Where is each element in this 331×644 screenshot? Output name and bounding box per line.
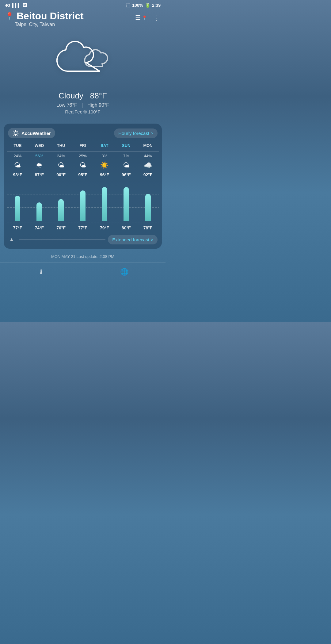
bar-0 xyxy=(15,196,20,221)
weather-icon-cell-1: 🌧 xyxy=(29,160,50,171)
weather-icon-cell-5: 🌤 xyxy=(115,160,137,171)
low-temp-3: 77°F xyxy=(72,225,94,230)
high-temp-3: 95°F xyxy=(72,172,94,178)
precip-val-5: 7% xyxy=(115,153,137,159)
weather-icon-cell-2: 🌤 xyxy=(50,160,72,171)
bottom-row: ▲ Extended forecast > xyxy=(7,233,159,246)
low-temp-0: 77°F xyxy=(7,225,29,230)
signal-label: 4G xyxy=(5,3,10,8)
precip-val-4: 3% xyxy=(93,153,115,159)
precip-val-2: 24% xyxy=(50,153,72,159)
status-bar: 4G ▌▌▌ 🖼 ⬚ 100% 🔋 2:39 xyxy=(0,0,166,9)
cloud-icon xyxy=(55,39,110,82)
high-temp-4: 96°F xyxy=(93,172,115,178)
days-row: TUEWEDTHUFRISATSUNMON xyxy=(7,142,159,149)
precip-val-0: 24% xyxy=(7,153,29,159)
time-label: 2:39 xyxy=(152,3,161,8)
precip-val-3: 25% xyxy=(72,153,94,159)
bars-row xyxy=(7,181,159,221)
brand-hourly-row: AccuWeather Hourly forecast > xyxy=(7,128,159,138)
bar-4 xyxy=(102,187,107,221)
weather-icon-area xyxy=(0,30,166,88)
svg-point-0 xyxy=(14,132,17,135)
location-name: 📍 Beitou District xyxy=(5,10,84,22)
day-label-mon: MON xyxy=(137,142,159,149)
accuweather-badge: AccuWeather xyxy=(8,128,55,138)
bar-cell-3 xyxy=(72,181,94,221)
list-icon: ☰ xyxy=(135,14,141,21)
svg-line-8 xyxy=(13,135,14,135)
day-label-fri: FRI xyxy=(72,142,94,149)
weather-icon-cell-3: 🌤 xyxy=(72,160,94,171)
location-city: Beitou District xyxy=(17,10,84,22)
nav-icon-left[interactable]: 🌡 xyxy=(35,266,48,278)
day-label-sat: SAT xyxy=(93,142,115,149)
location-actions[interactable]: ☰ 📍 ⋮ xyxy=(135,10,161,23)
bottom-nav: 🌡 🌐 xyxy=(0,263,166,279)
precip-row: 24%56%24%25%3%7%44% xyxy=(7,153,159,159)
forecast-panel: AccuWeather Hourly forecast > TUEWEDTHUF… xyxy=(4,124,162,249)
bar-3 xyxy=(80,190,86,221)
high-temp-1: 87°F xyxy=(29,172,50,178)
image-icon: 🖼 xyxy=(22,2,27,8)
bar-6 xyxy=(145,194,151,221)
svg-line-5 xyxy=(13,131,14,132)
dots-icon: ⋮ xyxy=(153,14,159,21)
nav-icon-right[interactable]: 🌐 xyxy=(118,266,130,278)
bar-cell-2 xyxy=(50,181,72,221)
low-temp-2: 76°F xyxy=(50,225,72,230)
high-temp-5: 96°F xyxy=(115,172,137,178)
days-divider xyxy=(7,151,159,152)
hourly-forecast-button[interactable]: Hourly forecast > xyxy=(114,128,158,138)
more-options-button[interactable]: ⋮ xyxy=(152,13,161,23)
divider: | xyxy=(82,102,83,108)
bar-2 xyxy=(58,199,64,221)
bar-cell-4 xyxy=(93,181,115,221)
low-temp-1: 74°F xyxy=(29,225,50,230)
scroll-left-button[interactable]: ▲ xyxy=(7,235,17,244)
bar-1 xyxy=(36,202,42,221)
day-label-sun: SUN xyxy=(115,142,137,149)
icons-row: 🌤🌧🌤🌤☀️🌤☁️ xyxy=(7,160,159,171)
extended-forecast-button[interactable]: Extended forecast > xyxy=(108,235,158,244)
high-temp-label: High 90°F xyxy=(87,102,109,108)
location-bar: 📍 Beitou District Taipei City, Taiwan ☰ … xyxy=(0,9,166,30)
bar-cell-6 xyxy=(137,181,159,221)
status-right: ⬚ 100% 🔋 2:39 xyxy=(126,2,161,8)
list-location-button[interactable]: ☰ 📍 xyxy=(135,14,147,21)
bar-cell-0 xyxy=(7,181,29,221)
current-conditions: Cloudy 88°F Low 76°F | High 90°F RealFee… xyxy=(0,88,166,121)
weather-icon-cell-0: 🌤 xyxy=(7,160,29,171)
day-label-thu: THU xyxy=(50,142,72,149)
battery-icon: 🔋 xyxy=(145,3,150,8)
svg-line-6 xyxy=(17,135,18,135)
location-sub: Taipei City, Taiwan xyxy=(15,22,84,27)
bar-cell-1 xyxy=(29,181,50,221)
precip-val-1: 56% xyxy=(29,153,50,159)
high-temp-row: 93°F87°F90°F95°F96°F96°F92°F xyxy=(7,172,159,178)
high-temp-0: 93°F xyxy=(7,172,29,178)
day-label-tue: TUE xyxy=(7,142,29,149)
location-pin-icon: 📍 xyxy=(142,15,147,20)
low-temp-6: 78°F xyxy=(137,225,159,230)
low-temp-label: Low 76°F xyxy=(56,102,77,108)
weather-icon-cell-6: ☁️ xyxy=(137,160,159,171)
realfeel-label: RealFeel® 100°F xyxy=(6,109,159,114)
aw-sun-icon xyxy=(12,130,19,136)
signal-bars: ▌▌▌ xyxy=(12,3,21,8)
last-update: MON MAY 21 Last update: 2:08 PM xyxy=(0,252,166,263)
separator xyxy=(19,240,105,240)
low-temp-5: 80°F xyxy=(115,225,137,230)
current-temp: 88°F xyxy=(90,91,107,100)
svg-line-7 xyxy=(17,131,18,132)
status-left: 4G ▌▌▌ 🖼 xyxy=(5,2,27,8)
low-temp-row: 77°F74°F76°F77°F79°F80°F78°F xyxy=(7,223,159,230)
low-temp-4: 79°F xyxy=(93,225,115,230)
location-info: 📍 Beitou District Taipei City, Taiwan xyxy=(5,10,84,27)
weather-icon-cell-4: ☀️ xyxy=(93,160,115,171)
bar-cell-5 xyxy=(115,181,137,221)
bar-chart-area xyxy=(7,181,159,221)
pin-icon: 📍 xyxy=(5,12,14,21)
brand-label: AccuWeather xyxy=(21,131,51,136)
bar-5 xyxy=(124,187,129,221)
